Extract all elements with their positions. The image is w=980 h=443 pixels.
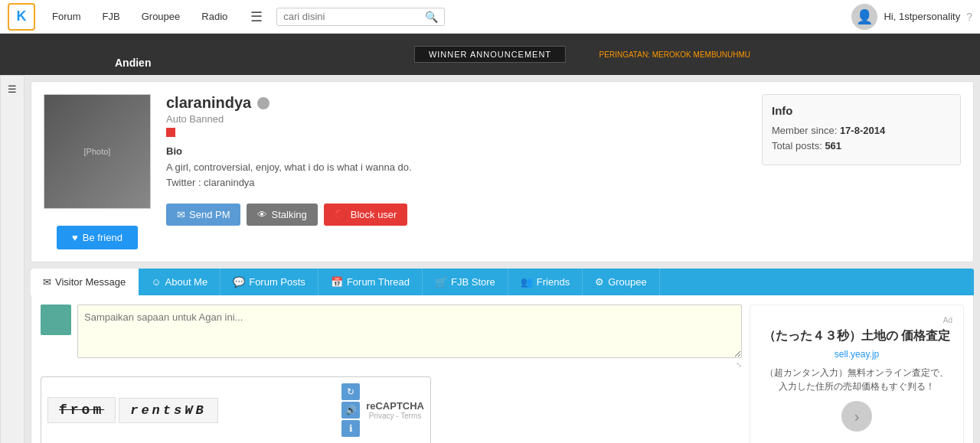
tab-about-me[interactable]: ☺ About Me [139,269,220,295]
captcha-box: from rentsWB ↻ 🔊 ℹ reCAPTCHA Privacy - T… [41,376,431,443]
tab-forum-posts[interactable]: 💬 Forum Posts [220,269,318,295]
nav-search: 🔍 [276,8,445,26]
tabs-section: ✉ Visitor Message ☺ About Me 💬 Forum Pos… [31,269,974,443]
captcha-refresh-btn[interactable]: ↻ [341,383,360,400]
help-icon[interactable]: ? [966,11,972,23]
search-input[interactable] [283,11,425,22]
profile-buttons: ✉ Send PM 👁 Stalking 🚫 Block user [166,204,746,226]
tabs-bar: ✉ Visitor Message ☺ About Me 💬 Forum Pos… [31,269,974,295]
nav-links: Forum FJB Groupee Radio [43,6,237,27]
main-content: [Photo] ♥ Be friend claranindya Auto Ban… [24,75,980,443]
bio-text: A girl, controversial, enjoy, what i do … [166,160,746,175]
heart-icon: ♥ [72,232,78,243]
status-square [166,128,175,137]
resize-handle[interactable]: ⤡ [77,360,742,369]
ad-subtitle: sell.yeay.jp [761,349,952,360]
captcha-logo: reCAPTCHA Privacy - Terms [366,400,424,420]
info-panel: Info Member since: 17-8-2014 Total posts… [762,94,961,165]
tab-content: ⤡ from rentsWB ↻ 🔊 [31,295,974,443]
befriend-button[interactable]: ♥ Be friend [57,226,138,249]
compose-avatar [41,305,71,335]
nav-right: 👤 Hi, 1stpersonality ? [851,4,972,30]
envelope-icon: ✉ [177,209,185,220]
profile-avatar: [Photo] [44,94,151,209]
captcha-privacy-logo: Privacy - Terms [366,412,424,420]
nav-groupee[interactable]: Groupee [132,6,190,27]
block-user-button[interactable]: 🚫 Block user [324,204,408,226]
compose-textarea[interactable] [77,305,742,358]
block-icon: 🚫 [335,209,347,220]
info-heading: Info [772,104,951,117]
navbar: K Forum FJB Groupee Radio ☰ 🔍 👤 Hi, 1stp… [0,0,980,34]
captcha-word1: from [47,397,116,423]
send-pm-button[interactable]: ✉ Send PM [166,204,240,226]
captcha-inner: from rentsWB ↻ 🔊 ℹ reCAPTCHA Privacy - T… [47,383,424,437]
total-posts-row: Total posts: 561 [772,140,951,151]
captcha-image-area: from rentsWB [47,397,335,423]
banned-label: Auto Banned [166,113,746,125]
status-icon [257,97,270,109]
banner-andien: Andien [115,57,151,69]
nav-radio[interactable]: Radio [192,6,237,27]
sidebar-toggle[interactable]: ☰ [0,75,24,443]
banner-winner: WINNER ANNOUNCEMENT [414,46,566,63]
tab-visitor-message[interactable]: ✉ Visitor Message [31,269,139,295]
compose-area: ⤡ [41,305,742,369]
search-icon[interactable]: 🔍 [425,11,438,23]
tab-forum-thread[interactable]: 📅 Forum Thread [318,269,423,295]
ad-label: Ad [761,316,952,324]
banner: Andien WINNER ANNOUNCEMENT PERINGATAN: M… [0,34,980,75]
stalking-button[interactable]: 👁 Stalking [247,204,317,226]
binoculars-icon: 👁 [257,209,267,220]
banner-warning: PERINGATAN: MEROKOK MEMBUNUHMU [599,50,750,59]
profile-username: claranindya [166,94,746,112]
avatar: 👤 [851,4,877,30]
captcha-info-btn[interactable]: ℹ [341,420,360,437]
tab-store-icon: 🛒 [435,276,447,288]
tab-friends[interactable]: 👥 Friends [508,269,583,295]
bio-twitter: Twitter : claranindya [166,175,746,191]
recaptcha-label: reCAPTCHA [366,400,424,412]
member-since-row: Member since: 17-8-2014 [772,125,951,136]
visitor-section: ⤡ from rentsWB ↻ 🔊 [41,305,742,443]
captcha-controls: ↻ 🔊 ℹ [341,383,360,437]
hamburger-icon[interactable]: ☰ [244,5,269,29]
ad-body: （超カンタン入力）無料オンライン査定で、入力した住所の売却価格もすぐ判る！ [761,366,952,393]
tab-visitor-icon: ✉ [43,276,51,288]
ad-title: （たった４３秒）土地の 価格査定 [761,327,952,344]
profile-card: [Photo] ♥ Be friend claranindya Auto Ban… [31,81,974,262]
nav-forum[interactable]: Forum [43,6,90,27]
tab-groupee-icon: ⚙ [595,276,604,288]
tab-friends-icon: 👥 [521,276,533,288]
nav-fjb[interactable]: FJB [93,6,129,27]
bio-label: Bio [166,145,746,157]
captcha-word2: rentsWB [119,398,217,423]
ad-next-arrow[interactable]: › [841,401,872,432]
tab-thread-icon: 📅 [331,276,343,288]
tab-fjb-store[interactable]: 🛒 FJB Store [423,269,508,295]
ad-panel: Ad （たった４３秒）土地の 価格査定 sell.yeay.jp （超カンタン入… [750,305,964,443]
nav-username: Hi, 1stpersonality [884,11,960,22]
tab-posts-icon: 💬 [233,276,245,288]
profile-info: claranindya Auto Banned Bio A girl, cont… [166,94,746,249]
content-wrap: ☰ [Photo] ♥ Be friend cla [0,75,980,443]
profile-sidebar: Info Member since: 17-8-2014 Total posts… [762,94,961,249]
tab-about-icon: ☺ [151,276,161,288]
compose-wrap: ⤡ [77,305,742,369]
tab-groupee[interactable]: ⚙ Groupee [583,269,660,295]
captcha-audio-btn[interactable]: 🔊 [341,402,360,419]
logo[interactable]: K [8,3,35,31]
